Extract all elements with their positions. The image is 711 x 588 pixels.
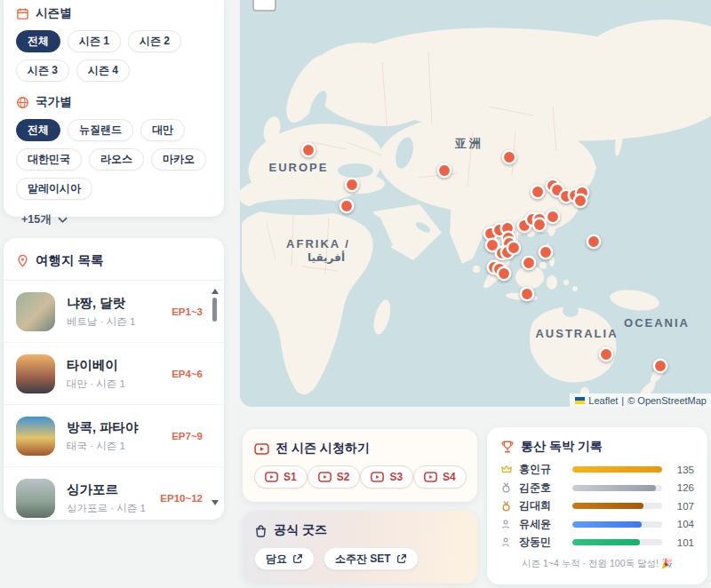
destination-row[interactable]: 냐짱, 달랏베트남 · 시즌 1EP1~3	[4, 281, 224, 343]
world-map[interactable]: EUROPE亚洲AFRIKA /أفريقياAUSTRALIAOCEANIA …	[240, 0, 711, 407]
season-filter-header: 시즌별	[16, 5, 212, 21]
season-watch-label: S3	[389, 471, 403, 483]
record-bar-fill	[572, 503, 643, 509]
season-watch-button[interactable]: S3	[360, 465, 413, 489]
map-attribution: Leaflet | © OpenStreetMap	[570, 393, 711, 407]
destination-row[interactable]: 방콕, 파타야태국 · 시즌 1EP7~9	[4, 405, 224, 467]
season-filter-title: 시즌별	[36, 5, 72, 21]
goods-button[interactable]: 소주잔 SET	[324, 547, 419, 570]
season-filter-chip[interactable]: 시즌 2	[128, 30, 181, 52]
list-scrollbar[interactable]	[211, 287, 220, 513]
country-filter-chip[interactable]: 대만	[140, 119, 185, 141]
osm-link[interactable]: © OpenStreetMap	[627, 395, 707, 406]
destination-list-header: 여행지 목록	[4, 238, 224, 281]
record-value: 135	[671, 465, 694, 475]
destination-list-panel: 여행지 목록 냐짱, 달랏베트남 · 시즌 1EP1~3타이베이대만 · 시즌 …	[4, 238, 224, 520]
destination-title: 냐짱, 달랏	[67, 295, 172, 312]
country-filter-chip[interactable]: 말레이시아	[16, 178, 92, 200]
season-watch-label: S1	[284, 471, 297, 483]
scroll-down-arrow[interactable]	[212, 500, 219, 505]
destination-text: 냐짱, 달랏베트남 · 시즌 1	[67, 295, 172, 329]
country-filter-chip[interactable]: 대한민국	[16, 148, 82, 171]
shopping-bag-icon	[254, 524, 268, 537]
country-chip-list: 전체뉴질랜드대만대한민국라오스마카오말레이시아	[16, 119, 212, 200]
record-row: 유세윤104	[500, 518, 694, 531]
goods-button[interactable]: 담요	[254, 547, 315, 570]
destination-rows: 냐짱, 달랏베트남 · 시즌 1EP1~3타이베이대만 · 시즌 1EP4~6방…	[4, 281, 224, 520]
episode-badge: EP4~6	[172, 369, 203, 379]
map-marker[interactable]	[523, 257, 535, 269]
globe-icon	[16, 96, 29, 109]
country-filter-chip[interactable]: 뉴질랜드	[68, 119, 133, 141]
map-marker[interactable]	[587, 235, 600, 248]
attribution-separator: |	[621, 395, 624, 406]
country-filter-chip[interactable]: 전체	[16, 119, 60, 141]
season-filter-chip[interactable]: 전체	[16, 30, 60, 52]
person-icon	[500, 536, 511, 548]
map-zoom-control[interactable]	[252, 0, 276, 12]
map-marker[interactable]	[346, 179, 358, 191]
destination-title: 타이베이	[67, 357, 172, 374]
destination-thumbnail	[16, 354, 55, 393]
filter-panel: 시즌별 전체시즌 1시즌 2시즌 3시즌 4 국가별 전체뉴질랜드대만대한민국라…	[4, 0, 224, 217]
trophy-icon	[500, 440, 515, 454]
leaflet-link[interactable]: Leaflet	[588, 395, 618, 406]
records-header: 통산 독박 기록	[500, 439, 694, 455]
person-rank-icon	[500, 536, 514, 549]
map-marker[interactable]	[340, 200, 353, 212]
show-more-countries-button[interactable]: +15개	[21, 212, 212, 227]
map-marker[interactable]	[503, 151, 515, 163]
bronze-rank-icon	[500, 499, 514, 513]
map-marker[interactable]	[498, 267, 510, 280]
crown-icon	[500, 464, 513, 475]
record-value: 107	[671, 501, 694, 512]
map-marker[interactable]	[547, 211, 559, 223]
record-bar-fill	[572, 466, 662, 473]
season-filter-chip[interactable]: 시즌 1	[68, 30, 121, 52]
season-filter-chip[interactable]: 시즌 3	[16, 60, 69, 82]
map-marker[interactable]	[531, 186, 544, 198]
ukraine-flag-icon	[575, 397, 585, 404]
external-link-icon	[292, 553, 303, 564]
season-watch-button[interactable]: S2	[308, 465, 361, 489]
youtube-icon	[265, 472, 278, 482]
map-marker[interactable]	[574, 195, 587, 207]
map-marker[interactable]	[507, 242, 520, 254]
record-row: 김준호126	[500, 481, 694, 495]
destination-row[interactable]: 싱가포르싱가포르 · 시즌 1EP10~12	[4, 467, 224, 520]
record-bar-track	[572, 539, 662, 545]
map-marker[interactable]	[533, 219, 546, 231]
country-filter-chip[interactable]: 마카오	[151, 148, 206, 171]
map-marker[interactable]	[302, 144, 315, 156]
destination-list-title: 여행지 목록	[36, 252, 104, 269]
scrollbar-thumb[interactable]	[212, 298, 217, 322]
map-marker[interactable]	[600, 348, 612, 361]
goods-button-label: 소주잔 SET	[335, 552, 391, 567]
map-marker[interactable]	[654, 360, 667, 372]
season-watch-button[interactable]: S1	[254, 465, 308, 489]
destination-subtitle: 태국 · 시즌 1	[67, 440, 172, 453]
destination-row[interactable]: 타이베이대만 · 시즌 1EP4~6	[4, 343, 224, 405]
silver-medal-icon	[500, 481, 512, 494]
season-watch-button[interactable]: S4	[413, 465, 467, 489]
map-marker[interactable]	[438, 164, 451, 177]
record-bar-fill	[572, 539, 640, 545]
record-name: 김준호	[519, 481, 563, 496]
watch-header: 전 시즌 시청하기	[254, 441, 466, 457]
country-filter-title: 국가별	[36, 94, 72, 110]
record-row: 홍인규135	[500, 463, 694, 476]
country-filter-chip[interactable]: 라오스	[89, 148, 144, 171]
record-name: 홍인규	[519, 462, 563, 477]
destination-subtitle: 싱가포르 · 시즌 1	[67, 502, 160, 515]
map-marker[interactable]	[521, 288, 533, 300]
scroll-up-arrow[interactable]	[212, 289, 219, 294]
map-marker[interactable]	[539, 246, 552, 258]
silver-rank-icon	[500, 481, 514, 495]
goods-buttons: 담요소주잔 SET	[254, 547, 466, 570]
bronze-medal-icon	[500, 500, 512, 513]
record-row: 김대희107	[500, 499, 694, 513]
record-name: 김대희	[519, 498, 563, 513]
pin-icon	[16, 254, 29, 267]
destination-text: 방콕, 파타야태국 · 시즌 1	[67, 419, 172, 453]
season-filter-chip[interactable]: 시즌 4	[76, 60, 130, 82]
